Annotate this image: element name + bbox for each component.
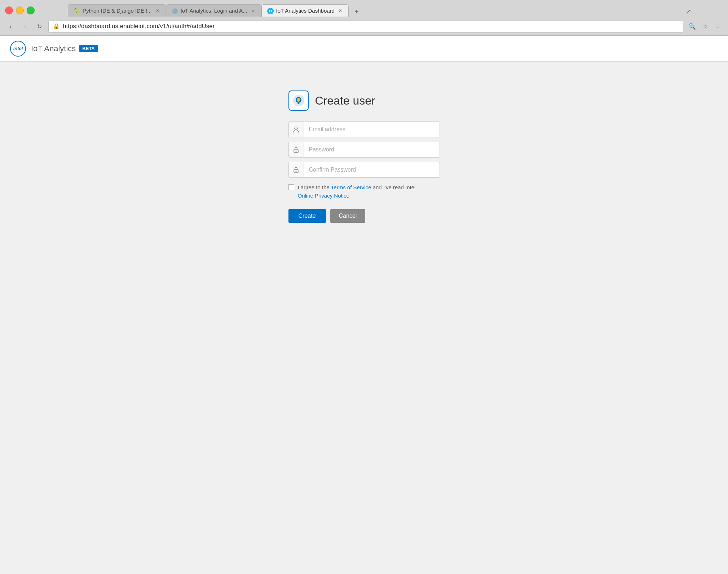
url-bar[interactable]: 🔒 https://dashboard.us.enableiot.com/v1/… [48, 20, 683, 32]
button-row: Create Cancel [288, 209, 440, 223]
svg-point-5 [295, 127, 297, 130]
app-name: IoT Analytics [31, 44, 76, 53]
confirm-password-input-group [288, 162, 440, 178]
lock-icon-svg [293, 146, 299, 153]
password-lock-icon [289, 142, 304, 157]
tabs-bar: 🐍 Python IDE & Django IDE f... ✕ ⚙️ IoT … [39, 4, 723, 17]
search-button[interactable]: 🔍 [687, 21, 697, 31]
close-button[interactable] [5, 6, 13, 14]
svg-rect-3 [297, 103, 300, 103]
password-field[interactable] [304, 142, 440, 157]
terms-of-service-link[interactable]: Terms of Service [331, 184, 371, 190]
back-button[interactable]: ‹ [5, 21, 16, 32]
terms-prefix: I agree to the [298, 184, 331, 190]
confirm-password-field[interactable] [304, 162, 440, 177]
user-icon [289, 122, 304, 137]
confirm-lock-icon [289, 162, 304, 177]
terms-middle: and I've read Intel [371, 184, 416, 190]
beta-badge: BETA [79, 45, 97, 52]
confirm-lock-icon-svg [293, 167, 299, 173]
create-button[interactable]: Create [288, 209, 326, 223]
traffic-lights [5, 6, 35, 14]
terms-text: I agree to the Terms of Service and I've… [298, 184, 416, 200]
email-input-group [288, 122, 440, 137]
new-tab-button[interactable]: + [351, 6, 362, 17]
tab-iot-login[interactable]: ⚙️ IoT Analytics: Login and A... ✕ [166, 4, 261, 17]
browser-chrome: 🐍 Python IDE & Django IDE f... ✕ ⚙️ IoT … [0, 0, 728, 36]
tab-title-python: Python IDE & Django IDE f... [83, 8, 152, 14]
url-actions: 🔍 ☆ ≡ [687, 21, 723, 31]
page-content: intel IoT Analytics BETA Create us [0, 36, 728, 574]
terms-checkbox[interactable] [288, 184, 294, 190]
form-container: Create user [288, 90, 440, 223]
address-bar: ‹ › ↻ 🔒 https://dashboard.us.enableiot.c… [0, 17, 728, 36]
forward-button[interactable]: › [19, 21, 30, 32]
tab-icon-iot-login: ⚙️ [171, 8, 178, 14]
tab-icon-python: 🐍 [73, 8, 80, 14]
form-title: Create user [315, 94, 375, 107]
tab-python-ide[interactable]: 🐍 Python IDE & Django IDE f... ✕ [68, 4, 166, 17]
main-area: Create user [0, 62, 728, 223]
online-privacy-link[interactable]: Online Privacy Notice [298, 193, 349, 199]
tab-icon-iot-dashboard: 🌐 [267, 8, 273, 14]
user-icon-svg [293, 126, 299, 133]
form-icon-svg [292, 94, 305, 107]
app-header: intel IoT Analytics BETA [0, 36, 728, 62]
tab-close-python[interactable]: ✕ [155, 8, 160, 14]
intel-logo-text: intel [13, 46, 23, 51]
svg-point-7 [296, 151, 297, 152]
email-field[interactable] [304, 122, 440, 137]
form-icon [288, 90, 309, 111]
tab-iot-dashboard[interactable]: 🌐 IoT Analytics Dashboard ✕ [261, 4, 349, 17]
tab-close-iot-dashboard[interactable]: ✕ [337, 8, 343, 14]
svg-point-2 [297, 98, 300, 102]
password-input-group [288, 142, 440, 158]
menu-button[interactable]: ≡ [713, 21, 723, 31]
refresh-button[interactable]: ↻ [34, 21, 45, 32]
expand-button[interactable]: ⤢ [683, 6, 694, 17]
intel-logo: intel [10, 41, 26, 57]
minimize-button[interactable] [16, 6, 24, 14]
bookmark-button[interactable]: ☆ [700, 21, 710, 31]
tab-close-iot-login[interactable]: ✕ [250, 8, 256, 14]
svg-point-9 [296, 171, 297, 172]
fullscreen-button[interactable] [27, 6, 35, 14]
tab-title-iot-dashboard: IoT Analytics Dashboard [276, 8, 335, 14]
title-bar: 🐍 Python IDE & Django IDE f... ✕ ⚙️ IoT … [0, 0, 728, 17]
ssl-icon: 🔒 [53, 23, 60, 30]
svg-rect-4 [298, 103, 299, 104]
url-text: https://dashboard.us.enableiot.com/v1/ui… [63, 23, 679, 30]
tab-title-iot-login: IoT Analytics: Login and A... [181, 8, 247, 14]
terms-row: I agree to the Terms of Service and I've… [288, 182, 440, 201]
cancel-button[interactable]: Cancel [330, 209, 366, 223]
form-header: Create user [288, 90, 440, 111]
